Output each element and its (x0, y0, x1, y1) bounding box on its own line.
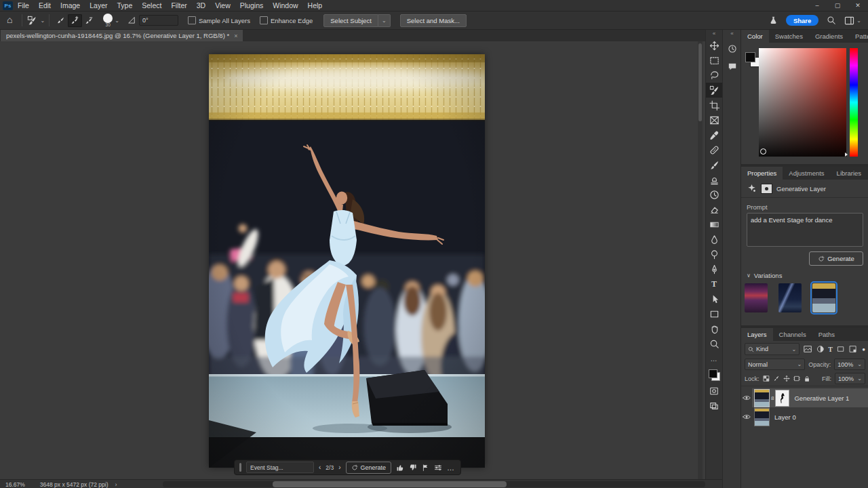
search-icon[interactable] (827, 16, 836, 25)
tool-preset-picker[interactable]: ⌄ (26, 16, 45, 26)
subtract-from-selection-mode-button[interactable] (82, 14, 96, 27)
tool-spot-healing-brush[interactable] (706, 142, 722, 157)
layer-mask-link-icon[interactable]: 8 (771, 395, 774, 401)
more-options-icon[interactable]: … (447, 464, 455, 472)
next-variation-icon[interactable]: › (338, 464, 340, 471)
screen-mode-button[interactable] (706, 399, 722, 413)
canvas-vertical-scrollbar[interactable] (698, 41, 703, 479)
tab-patterns[interactable]: Patterns (849, 30, 868, 43)
lock-position-icon[interactable] (783, 375, 790, 382)
menu-select[interactable]: Select (137, 0, 166, 11)
sample-all-layers-checkbox[interactable]: Sample All Layers (188, 16, 250, 24)
tab-adjustments[interactable]: Adjustments (783, 167, 830, 180)
thumbs-down-icon[interactable] (409, 464, 417, 472)
expand-panels-icon[interactable]: « (723, 30, 741, 38)
properties-sliders-icon[interactable] (434, 464, 442, 472)
workspace-switcher[interactable]: ⌄ (844, 16, 861, 25)
tool-type[interactable]: T (706, 277, 722, 291)
blend-mode-select[interactable]: Normal⌄ (745, 359, 805, 370)
document-tab[interactable]: pexels-wellington-cunha-1918445.jpg @ 16… (1, 30, 243, 41)
color-panel-swatch-pair[interactable] (745, 52, 760, 67)
tool-pen[interactable] (706, 262, 722, 277)
filter-pixel-layers-icon[interactable] (804, 345, 812, 353)
tab-swatches[interactable]: Swatches (769, 30, 809, 43)
layer-name[interactable]: Generative Layer 1 (794, 394, 849, 402)
previous-variation-icon[interactable]: ‹ (319, 464, 321, 471)
layer-name[interactable]: Layer 0 (774, 413, 796, 421)
canvas-horizontal-scrollbar[interactable] (163, 481, 705, 487)
tool-rectangular-marquee[interactable] (706, 53, 722, 68)
tool-eraser[interactable] (706, 202, 722, 217)
close-tab-icon[interactable]: × (234, 33, 237, 39)
tool-gradient[interactable] (706, 217, 722, 232)
home-icon[interactable]: ⌂ (7, 14, 12, 25)
report-flag-icon[interactable] (422, 464, 429, 472)
minimize-button[interactable]: – (807, 1, 827, 11)
new-selection-mode-button[interactable] (54, 14, 68, 27)
menu-help[interactable]: Help (303, 0, 328, 11)
menu-image[interactable]: Image (56, 0, 85, 11)
filter-shape-layers-icon[interactable] (837, 345, 845, 353)
color-hue-slider[interactable] (850, 48, 858, 157)
variations-section-header[interactable]: ∨ Variations (747, 272, 868, 279)
lock-all-icon[interactable] (804, 375, 810, 383)
layer-thumbnail[interactable] (754, 389, 770, 407)
layer-visibility-toggle[interactable] (741, 414, 752, 420)
tab-channels[interactable]: Channels (773, 328, 812, 341)
taskbar-prompt-input[interactable]: Event Stag... (246, 462, 314, 473)
opacity-select[interactable]: 100%⌄ (834, 359, 865, 370)
taskbar-generate-button[interactable]: Generate (346, 462, 392, 474)
close-window-button[interactable]: ✕ (848, 1, 868, 11)
thumbs-up-icon[interactable] (396, 464, 404, 472)
foreground-color-swatch[interactable] (709, 369, 717, 378)
tool-history-brush[interactable] (706, 187, 722, 202)
menu-plugins[interactable]: Plugins (235, 0, 268, 11)
tool-zoom[interactable] (706, 336, 722, 351)
tool-dodge[interactable] (706, 247, 722, 262)
tool-selection-brush[interactable] (706, 83, 722, 98)
tool-eyedropper[interactable] (706, 127, 722, 142)
scrollbar-thumb[interactable] (698, 43, 702, 121)
foreground-background-color-swatches[interactable] (706, 366, 722, 384)
layer-mask-thumbnail[interactable] (775, 390, 789, 407)
filter-adjustment-layers-icon[interactable] (816, 345, 825, 353)
layer-thumbnail[interactable] (754, 408, 770, 426)
comments-panel-icon[interactable] (726, 60, 739, 73)
prompt-textarea[interactable]: add a Event Stage for dance (747, 213, 863, 247)
technology-previews-flask-icon[interactable] (769, 16, 778, 25)
fill-select[interactable]: 100%⌄ (835, 373, 865, 384)
filter-smart-objects-icon[interactable] (849, 345, 857, 353)
share-button[interactable]: Share (786, 15, 818, 26)
variation-thumbnail-1[interactable] (745, 283, 768, 312)
brush-size-picker[interactable]: 30 (103, 14, 113, 27)
document-canvas-image[interactable] (209, 54, 485, 468)
menu-filter[interactable]: Filter (166, 0, 191, 11)
enhance-edge-checkbox[interactable]: Enhance Edge (260, 16, 313, 24)
tool-rectangle-shape[interactable] (706, 306, 722, 321)
color-saturation-brightness-field[interactable] (759, 48, 846, 157)
tab-paths[interactable]: Paths (812, 328, 841, 341)
select-and-mask-button[interactable]: Select and Mask... (400, 14, 467, 27)
tool-blur[interactable] (706, 232, 722, 247)
status-info-chevron-icon[interactable]: › (115, 481, 117, 488)
angle-input[interactable]: 0° (139, 15, 178, 26)
lock-artboard-icon[interactable] (793, 375, 800, 382)
tool-crop[interactable] (706, 98, 722, 113)
layer-row-layer-0[interactable]: Layer 0 (741, 407, 868, 426)
lock-image-pixels-icon[interactable] (773, 375, 780, 382)
tool-move[interactable] (706, 38, 722, 53)
menu-window[interactable]: Window (268, 0, 302, 11)
tab-gradients[interactable]: Gradients (809, 30, 849, 43)
lock-transparent-pixels-icon[interactable] (763, 375, 770, 382)
layer-filter-type-select[interactable]: Kind ⌄ (745, 343, 800, 355)
history-panel-icon[interactable] (726, 42, 739, 56)
edit-toolbar-button[interactable]: … (706, 351, 722, 366)
menu-file[interactable]: File (13, 0, 34, 11)
variation-thumbnail-3-selected[interactable] (812, 283, 835, 312)
tab-properties[interactable]: Properties (741, 167, 783, 180)
scrollbar-thumb[interactable] (273, 481, 507, 487)
select-subject-button[interactable]: Select Subject (323, 14, 378, 27)
quick-mask-mode-button[interactable] (706, 384, 722, 399)
canvas-pasteboard[interactable]: Event Stag... ‹ 2/3 › Generate … (0, 41, 705, 479)
tool-hand[interactable] (706, 321, 722, 336)
